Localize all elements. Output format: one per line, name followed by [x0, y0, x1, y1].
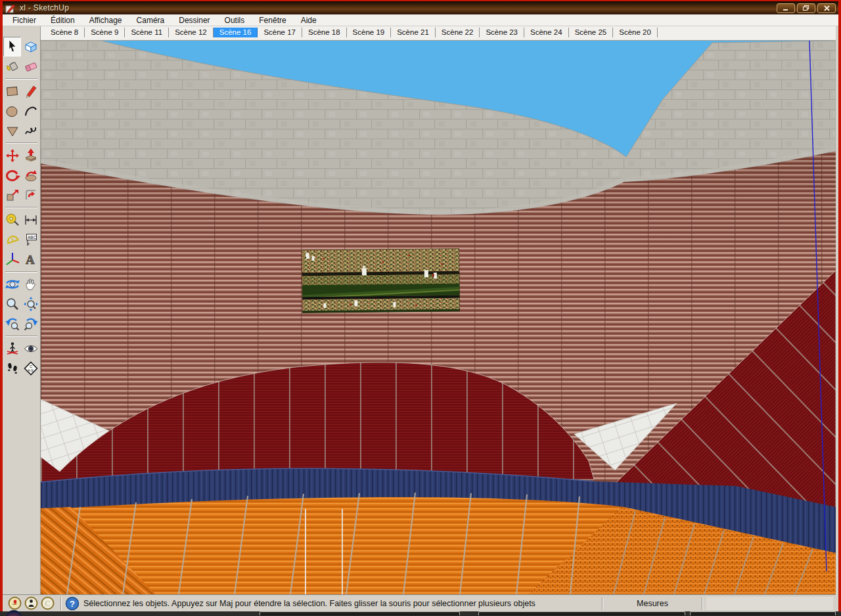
tool-scale[interactable] — [3, 185, 21, 205]
tab-scene-19[interactable]: Scène 19 — [347, 28, 392, 37]
sketchup-app-icon — [5, 3, 16, 13]
taskbar[interactable] — [0, 611, 841, 616]
tab-scene-18[interactable]: Scène 18 — [302, 28, 347, 37]
polygon-icon — [5, 123, 20, 139]
tab-scene-24[interactable]: Scène 24 — [524, 28, 569, 37]
pan-icon — [23, 276, 39, 292]
billboard-screen — [302, 249, 460, 313]
menu-fenetre[interactable]: Fenêtre — [252, 15, 293, 26]
menu-affichage[interactable]: Affichage — [82, 15, 129, 26]
move-icon — [5, 148, 20, 164]
taskbar-button[interactable] — [260, 611, 460, 615]
tool-make-component[interactable] — [22, 37, 39, 56]
tool-dimension[interactable] — [22, 210, 39, 230]
svg-text:A: A — [26, 253, 35, 267]
taskbar-button[interactable] — [690, 611, 836, 615]
follow-me-icon — [23, 167, 39, 183]
tool-arc[interactable] — [22, 101, 39, 121]
tab-scene-8[interactable]: Scène 8 — [45, 28, 85, 37]
post-left — [305, 509, 306, 594]
look-around-icon — [23, 341, 39, 357]
tool-walk[interactable] — [3, 359, 21, 378]
menu-camera[interactable]: Caméra — [129, 15, 172, 26]
tool-circle[interactable] — [3, 101, 21, 121]
menu-outils[interactable]: Outils — [217, 15, 252, 26]
tool-push-pull[interactable] — [22, 146, 39, 165]
tool-move[interactable] — [3, 146, 21, 165]
claim-credit-icon[interactable]: C — [41, 596, 55, 610]
sketchup-window: xl - SketchUp Fichier Édition Affichage … — [0, 0, 841, 616]
tool-pan[interactable] — [22, 275, 39, 294]
svg-text:ABC: ABC — [28, 235, 37, 240]
viewport-3d[interactable] — [41, 41, 836, 594]
tool-zoom[interactable] — [3, 294, 21, 314]
measurements-label: Mesures — [606, 599, 698, 608]
window-title: xl - SketchUp — [20, 3, 777, 12]
tool-follow-me[interactable] — [22, 165, 39, 185]
tool-orbit[interactable] — [3, 275, 21, 294]
tab-scene-9[interactable]: Scène 9 — [85, 28, 125, 37]
menu-aide[interactable]: Aide — [294, 15, 324, 26]
line-pencil-icon — [23, 83, 39, 99]
tool-text[interactable]: ABC — [22, 230, 39, 250]
status-help-text: Sélectionnez les objets. Appuyez sur Maj… — [80, 599, 599, 608]
tool-previous-view[interactable] — [3, 314, 21, 334]
restore-button[interactable] — [797, 3, 815, 13]
tool-next-view[interactable] — [22, 314, 39, 334]
tool-line[interactable] — [22, 81, 39, 101]
section-plane-icon: CA-S — [23, 361, 39, 376]
tool-protractor[interactable] — [3, 230, 21, 250]
measurements-value-box[interactable] — [706, 597, 833, 610]
eraser-icon — [23, 58, 39, 74]
help-icon[interactable]: ? — [65, 596, 80, 611]
tool-zoom-extents[interactable] — [22, 294, 39, 314]
push-pull-icon — [23, 148, 39, 164]
rectangle-icon — [5, 83, 20, 99]
tab-scene-22[interactable]: Scène 22 — [436, 28, 480, 37]
status-separator — [60, 597, 62, 610]
minimize-button[interactable] — [777, 3, 795, 13]
tab-scene-25[interactable]: Scène 25 — [569, 28, 614, 37]
tab-scene-12[interactable]: Scène 12 — [169, 28, 214, 37]
taskbar-button[interactable] — [478, 611, 685, 615]
tab-scene-17[interactable]: Scène 17 — [258, 28, 302, 37]
tool-position-camera[interactable] — [3, 339, 21, 359]
dimension-icon — [23, 212, 39, 228]
menu-fichier[interactable]: Fichier — [5, 15, 43, 26]
menu-dessiner[interactable]: Dessiner — [171, 15, 217, 26]
freehand-icon — [23, 123, 39, 139]
tool-section-plane[interactable]: CA-S — [22, 359, 39, 378]
tab-scene-16[interactable]: Scène 16 — [214, 28, 258, 37]
menu-edition[interactable]: Édition — [43, 15, 82, 26]
tool-axes[interactable] — [3, 250, 21, 269]
tool-eraser[interactable] — [22, 56, 39, 76]
tool-tape-measure[interactable] — [3, 210, 21, 230]
axes-icon — [5, 252, 20, 267]
walk-icon — [5, 361, 20, 376]
status-separator — [602, 597, 603, 610]
tab-scene-20[interactable]: Scène 20 — [613, 28, 658, 37]
tool-rectangle[interactable] — [3, 81, 21, 101]
tool-look-around[interactable] — [22, 339, 39, 359]
tool-rotate[interactable] — [3, 165, 21, 185]
tab-scene-11[interactable]: Scène 11 — [125, 28, 169, 37]
title-bar[interactable]: xl - SketchUp — [1, 1, 840, 14]
status-credit-icons: C — [5, 596, 57, 610]
rotate-icon — [5, 167, 20, 183]
tool-freehand[interactable] — [22, 121, 39, 141]
tool-polygon[interactable] — [3, 121, 21, 141]
toolbar-divider — [5, 143, 37, 144]
paint-bucket-icon — [5, 58, 20, 74]
tool-select[interactable] — [3, 37, 21, 56]
close-button[interactable] — [817, 3, 836, 13]
status-bar: C ? Sélectionnez les objets. Appuyez sur… — [3, 594, 836, 611]
tab-scene-23[interactable]: Scène 23 — [480, 28, 524, 37]
geolocation-icon[interactable] — [8, 596, 22, 610]
toolbar-divider — [5, 78, 37, 79]
tool-offset[interactable] — [22, 185, 39, 205]
tool-paint-bucket[interactable] — [3, 56, 21, 76]
credit-icon[interactable] — [24, 596, 38, 610]
position-camera-icon — [5, 341, 20, 357]
tab-scene-21[interactable]: Scène 21 — [391, 28, 436, 37]
tool-3d-text[interactable]: A — [22, 250, 39, 269]
